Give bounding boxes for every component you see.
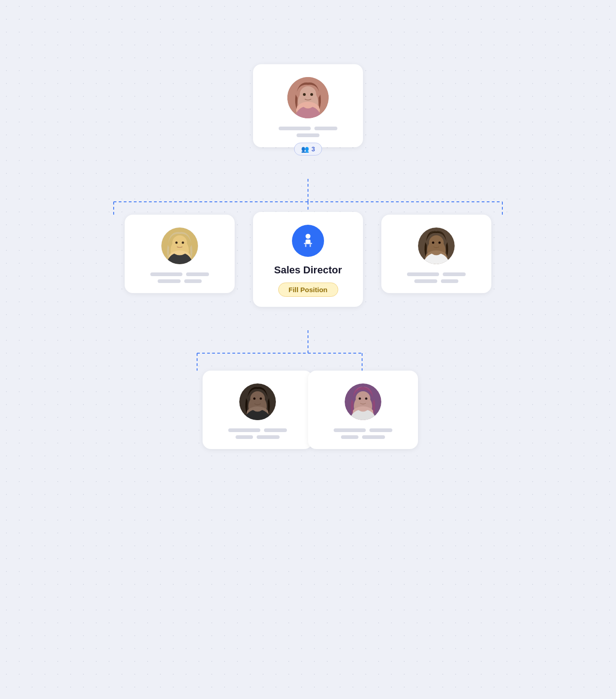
svg-point-37 — [260, 398, 262, 400]
svg-rect-23 — [304, 243, 312, 244]
card-placeholder-lines — [136, 272, 224, 283]
svg-point-21 — [306, 234, 311, 239]
bottom-right-person-card[interactable] — [308, 371, 418, 449]
center-position-card[interactable]: Sales Director Fill Position — [253, 212, 363, 307]
svg-point-31 — [439, 242, 441, 244]
card-placeholder-lines — [264, 127, 352, 137]
position-title: Sales Director — [274, 264, 342, 276]
team-count-badge[interactable]: 👥 3 — [294, 143, 322, 155]
svg-point-20 — [182, 242, 184, 244]
avatar — [239, 383, 276, 420]
org-chart: 👥 3 — [0, 0, 616, 699]
svg-point-42 — [359, 398, 361, 400]
bottom-left-person-card[interactable] — [203, 371, 313, 449]
svg-point-43 — [365, 398, 368, 400]
svg-point-19 — [176, 242, 178, 244]
team-icon: 👥 — [301, 145, 309, 153]
right-person-card[interactable] — [381, 215, 491, 293]
avatar — [161, 227, 198, 264]
avatar — [287, 77, 329, 118]
left-person-card[interactable] — [125, 215, 235, 293]
card-placeholder-lines — [319, 428, 407, 439]
fill-position-badge[interactable]: Fill Position — [278, 283, 338, 297]
svg-rect-24 — [305, 244, 307, 247]
avatar — [418, 227, 455, 264]
svg-point-34 — [250, 391, 265, 406]
svg-point-30 — [432, 242, 434, 244]
card-placeholder-lines — [214, 428, 302, 439]
top-person-card[interactable]: 👥 3 — [253, 64, 363, 147]
svg-point-40 — [356, 391, 370, 406]
svg-rect-25 — [310, 244, 311, 247]
avatar — [345, 383, 381, 420]
position-icon — [292, 225, 324, 257]
team-count: 3 — [312, 145, 315, 153]
svg-point-14 — [310, 93, 313, 96]
card-placeholder-lines — [392, 272, 480, 283]
svg-point-13 — [303, 93, 306, 96]
svg-point-36 — [253, 398, 256, 400]
